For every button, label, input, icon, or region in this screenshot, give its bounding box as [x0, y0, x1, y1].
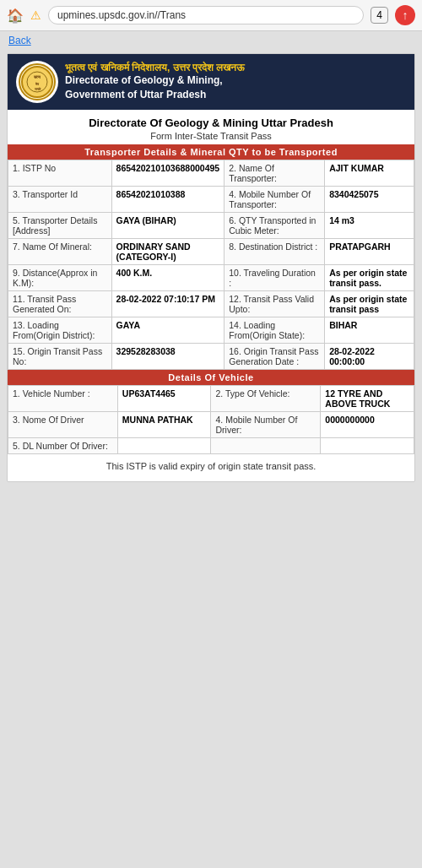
table-row: 1. ISTP No 865420210103688000495 2. Name…	[8, 160, 414, 187]
footer-note: This ISTP is valid expiry of origin stat…	[8, 454, 414, 473]
page-container: सत्य मेव जयते भूतत्व एवं खनिकर्म निदेशाल…	[7, 53, 415, 482]
field-value-origin-gen-date: 28-02-2022 00:00:00	[325, 344, 414, 370]
section1-header: Transporter Details & Mineral QTY to be …	[8, 144, 414, 160]
field-label-vehicle-number: 1. Vehicle Number :	[8, 386, 118, 412]
table-row: 1. Vehicle Number : UP63AT4465 2. Type O…	[8, 386, 414, 412]
field-value-loading-state: BIHAR	[325, 317, 414, 344]
field-value-mineral: ORDINARY SAND (CATEGORY-I)	[111, 239, 225, 265]
field-label-transporter-name: 2. Name Of Transporter:	[225, 160, 325, 187]
field-value-empty1	[321, 438, 414, 454]
transporter-table: 1. ISTP No 865420210103688000495 2. Name…	[8, 160, 414, 370]
svg-text:सत्य: सत्य	[33, 74, 41, 79]
field-label-duration: 10. Traveling Duration :	[225, 265, 325, 291]
field-value-istp: 865420210103688000495	[111, 160, 225, 187]
table-row: 13. Loading From(Origin District): GAYA …	[8, 317, 414, 344]
field-value-driver-name: MUNNA PATHAK	[117, 412, 211, 438]
field-label-valid-upto: 12. Transit Pass Valid Upto:	[225, 291, 325, 317]
field-label-vehicle-type: 2. Type Of Vehicle:	[211, 386, 321, 412]
logo-emblem: सत्य मेव जयते	[19, 63, 56, 100]
field-value-vehicle-number: UP63AT4465	[117, 386, 211, 412]
field-label-istp: 1. ISTP No	[8, 160, 112, 187]
warning-icon: ⚠	[30, 8, 41, 22]
field-label-generated: 11. Transit Pass Generated On:	[8, 291, 112, 317]
field-label-distance: 9. Distance(Approx in K.M):	[8, 265, 112, 291]
table-row: 9. Distance(Approx in K.M): 400 K.M. 10.…	[8, 265, 414, 291]
field-value-driver-mobile: 0000000000	[321, 412, 414, 438]
field-label-destination: 8. Destination District :	[225, 239, 325, 265]
back-link[interactable]: Back	[0, 31, 422, 50]
field-value-loading-district: GAYA	[111, 317, 225, 344]
table-row: 7. Name Of Mineral: ORDINARY SAND (CATEG…	[8, 239, 414, 265]
field-value-generated: 28-02-2022 07:10:17 PM	[111, 291, 225, 317]
doc-title: Directorate Of Geology & Mining Uttar Pr…	[8, 110, 414, 131]
field-value-qty: 14 m3	[325, 213, 414, 239]
field-label-mobile: 4. Mobile Number Of Transporter:	[225, 187, 325, 213]
browser-bar: 🏠 ⚠ upmines.upsdc.gov.in//Trans 4 ↑	[0, 0, 422, 31]
header-text-block: भूतत्व एवं खनिकर्म निदेशालय, उत्तर प्रदे…	[65, 62, 406, 102]
field-label-address: 5. Transporter Details [Address]	[8, 213, 112, 239]
field-label-dl-number: 5. DL Number Of Driver:	[8, 438, 118, 454]
field-label-transporter-id: 3. Transporter Id	[8, 187, 112, 213]
page-header: सत्य मेव जयते भूतत्व एवं खनिकर्म निदेशाल…	[8, 54, 414, 110]
field-label-origin-gen-date: 16. Origin Transit Pass Generation Date …	[225, 344, 325, 370]
field-value-destination: PRATAPGARH	[325, 239, 414, 265]
table-row: 3. Transporter Id 86542021010388 4. Mobi…	[8, 187, 414, 213]
tab-count-badge[interactable]: 4	[371, 7, 388, 24]
field-value-address: GAYA (BIHAR)	[111, 213, 225, 239]
field-value-vehicle-type: 12 TYRE AND ABOVE TRUCK	[321, 386, 414, 412]
url-bar[interactable]: upmines.upsdc.gov.in//Trans	[48, 6, 364, 24]
table-row: 11. Transit Pass Generated On: 28-02-202…	[8, 291, 414, 317]
field-label-origin-pass-no: 15. Origin Transit Pass No:	[8, 344, 112, 370]
form-subtitle: Form Inter-State Transit Pass	[8, 131, 414, 144]
field-value-dl-number	[117, 438, 211, 454]
table-row: 3. Nome Of Driver MUNNA PATHAK 4. Mobile…	[8, 412, 414, 438]
field-value-transporter-id: 86542021010388	[111, 187, 225, 213]
field-value-valid-upto: As per origin state transit pass	[325, 291, 414, 317]
eng-title-line2: Government of Uttar Pradesh	[65, 88, 406, 102]
field-value-duration: As per origin state transit pass.	[325, 265, 414, 291]
logo: सत्य मेव जयते	[16, 61, 58, 103]
field-value-distance: 400 K.M.	[111, 265, 225, 291]
refresh-button[interactable]: ↑	[395, 5, 415, 25]
hindi-title: भूतत्व एवं खनिकर्म निदेशालय, उत्तर प्रदे…	[65, 62, 406, 73]
eng-title-line1: Directorate of Geology & Mining,	[65, 73, 406, 88]
vehicle-table: 1. Vehicle Number : UP63AT4465 2. Type O…	[8, 385, 414, 454]
field-label-loading-state: 14. Loading From(Origin State):	[225, 317, 325, 344]
table-row: 5. DL Number Of Driver:	[8, 438, 414, 454]
field-label-driver-mobile: 4. Mobile Number Of Driver:	[211, 412, 321, 438]
field-label-empty1	[211, 438, 321, 454]
table-row: 15. Origin Transit Pass No: 329528283038…	[8, 344, 414, 370]
section2-header: Details Of Vehicle	[8, 370, 414, 385]
field-label-loading-district: 13. Loading From(Origin District):	[8, 317, 112, 344]
field-value-origin-pass-no: 329528283038	[111, 344, 225, 370]
field-value-mobile: 8340425075	[325, 187, 414, 213]
field-label-mineral: 7. Name Of Mineral:	[8, 239, 112, 265]
field-label-driver-name: 3. Nome Of Driver	[8, 412, 118, 438]
field-value-transporter-name: AJIT KUMAR	[325, 160, 414, 187]
field-label-qty: 6. QTY Transported in Cubic Meter:	[225, 213, 325, 239]
svg-text:जयते: जयते	[34, 87, 41, 91]
home-icon[interactable]: 🏠	[7, 8, 24, 24]
table-row: 5. Transporter Details [Address] GAYA (B…	[8, 213, 414, 239]
